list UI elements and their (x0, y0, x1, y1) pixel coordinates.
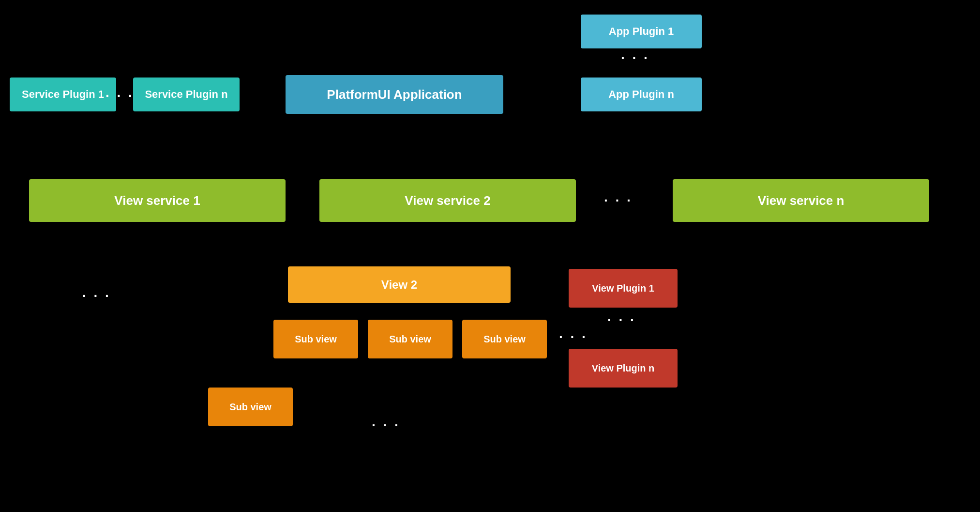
service-plugin-1-box: Service Plugin 1 (10, 78, 116, 111)
sub-view-4-box: Sub view (208, 388, 293, 426)
sub-view-4-label: Sub view (229, 402, 271, 413)
view-service-2-box: View service 2 (319, 179, 576, 222)
sub-view-3-box: Sub view (462, 320, 547, 358)
view-plugin-n-label: View Plugin n (592, 363, 655, 374)
view-service-2-label: View service 2 (405, 193, 490, 208)
service-plugin-n-label: Service Plugin n (145, 88, 227, 101)
view-service-1-box: View service 1 (29, 179, 286, 222)
view-service-n-box: View service n (673, 179, 929, 222)
dots-sub-views-right: · · · (559, 329, 588, 345)
service-plugin-1-label: Service Plugin 1 (22, 88, 104, 101)
platform-ui-label: PlatformUI Application (327, 87, 462, 102)
view-plugin-1-label: View Plugin 1 (592, 283, 654, 294)
sub-view-2-box: Sub view (368, 320, 452, 358)
sub-view-2-label: Sub view (389, 334, 431, 345)
dots-plugins: · · · (106, 88, 134, 104)
view-service-1-label: View service 1 (114, 193, 200, 208)
dots-view-services: · · · (604, 193, 633, 208)
dots-app-plugins: · · · (621, 50, 649, 66)
sub-view-1-label: Sub view (295, 334, 337, 345)
view-plugin-1-box: View Plugin 1 (569, 269, 678, 308)
app-plugin-n-box: App Plugin n (581, 78, 702, 111)
sub-view-3-label: Sub view (483, 334, 526, 345)
app-plugin-n-label: App Plugin n (608, 88, 674, 101)
app-plugin-1-label: App Plugin 1 (609, 25, 674, 38)
view-2-label: View 2 (381, 278, 417, 292)
sub-view-1-box: Sub view (273, 320, 358, 358)
dots-bottom: · · · (372, 418, 400, 433)
view-2-box: View 2 (288, 266, 511, 303)
app-plugin-1-box: App Plugin 1 (581, 15, 702, 48)
view-service-n-label: View service n (758, 193, 844, 208)
dots-view1-area: · · · (82, 288, 111, 304)
service-plugin-n-box: Service Plugin n (133, 78, 240, 111)
view-plugin-n-box: View Plugin n (569, 349, 678, 388)
platform-ui-box: PlatformUI Application (286, 75, 503, 114)
dots-view-plugins-mid: · · · (607, 312, 636, 328)
